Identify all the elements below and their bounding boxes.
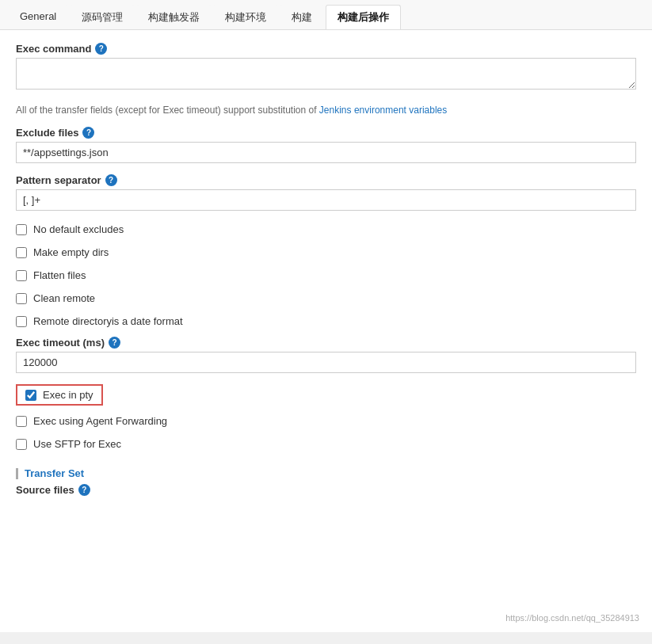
exclude-files-group: Exclude files ? **/appsettings.json xyxy=(16,127,636,163)
source-files-help-icon[interactable]: ? xyxy=(78,484,90,496)
jenkins-env-vars-link[interactable]: Jenkins environment variables xyxy=(319,105,447,116)
exclude-files-help-icon[interactable]: ? xyxy=(82,127,94,139)
tab-build[interactable]: 构建 xyxy=(280,5,324,29)
source-files-label: Source files ? xyxy=(16,484,636,496)
transfer-set-section: Transfer Set Source files ? xyxy=(16,467,636,496)
exec-timeout-group: Exec timeout (ms) ? 120000 xyxy=(16,337,636,373)
no-default-excludes-row: No default excludes xyxy=(16,222,636,237)
exec-command-group: Exec command ? xyxy=(16,43,636,92)
tab-source-mgmt[interactable]: 源码管理 xyxy=(70,5,135,29)
exec-command-help-icon[interactable]: ? xyxy=(95,43,107,55)
exec-in-pty-label: Exec in pty xyxy=(43,389,93,401)
clean-remote-row: Clean remote xyxy=(16,291,636,306)
flatten-files-label: Flatten files xyxy=(33,269,86,281)
flatten-files-row: Flatten files xyxy=(16,268,636,283)
make-empty-dirs-label: Make empty dirs xyxy=(33,246,109,258)
tab-bar: General 源码管理 构建触发器 构建环境 构建 构建后操作 xyxy=(0,0,652,30)
remote-directory-date-row: Remote directoryis a date format xyxy=(16,314,636,329)
watermark: https://blog.csdn.net/qq_35284913 xyxy=(505,613,639,623)
exec-timeout-label: Exec timeout (ms) ? xyxy=(16,337,636,349)
exec-command-label: Exec command ? xyxy=(16,43,636,55)
clean-remote-label: Clean remote xyxy=(33,292,95,304)
clean-remote-checkbox[interactable] xyxy=(16,293,27,304)
use-sftp-exec-row: Use SFTP for Exec xyxy=(16,436,636,452)
tab-general[interactable]: General xyxy=(8,5,68,29)
use-sftp-exec-checkbox[interactable] xyxy=(16,439,27,450)
pattern-separator-input[interactable]: [, ]+ xyxy=(16,189,636,211)
main-content: Exec command ? All of the transfer field… xyxy=(0,30,652,632)
exec-command-input[interactable] xyxy=(16,58,636,90)
pattern-separator-label: Pattern separator ? xyxy=(16,174,636,186)
tab-build-env[interactable]: 构建环境 xyxy=(213,5,278,29)
exec-timeout-help-icon[interactable]: ? xyxy=(109,337,120,349)
remote-directory-date-label: Remote directoryis a date format xyxy=(33,315,183,327)
no-default-excludes-checkbox[interactable] xyxy=(16,224,27,235)
use-sftp-exec-label: Use SFTP for Exec xyxy=(33,438,121,450)
remote-directory-date-checkbox[interactable] xyxy=(16,316,27,327)
exec-agent-forwarding-label: Exec using Agent Forwarding xyxy=(33,415,167,427)
tab-build-trigger[interactable]: 构建触发器 xyxy=(136,5,212,29)
flatten-files-checkbox[interactable] xyxy=(16,270,27,281)
transfer-set-header: Transfer Set xyxy=(16,467,636,479)
make-empty-dirs-checkbox[interactable] xyxy=(16,247,27,258)
pattern-separator-help-icon[interactable]: ? xyxy=(105,174,117,186)
exclude-files-input[interactable]: **/appsettings.json xyxy=(16,142,636,163)
info-text: All of the transfer fields (except for E… xyxy=(16,103,636,117)
make-empty-dirs-row: Make empty dirs xyxy=(16,245,636,260)
exec-agent-forwarding-row: Exec using Agent Forwarding xyxy=(16,413,636,429)
tab-post-build[interactable]: 构建后操作 xyxy=(326,5,401,29)
exec-agent-forwarding-checkbox[interactable] xyxy=(16,416,27,427)
exec-in-pty-highlight-box: Exec in pty xyxy=(16,384,103,406)
exec-timeout-input[interactable]: 120000 xyxy=(16,352,636,373)
exclude-files-label: Exclude files ? xyxy=(16,127,636,139)
exec-in-pty-checkbox[interactable] xyxy=(25,390,36,401)
pattern-separator-group: Pattern separator ? [, ]+ xyxy=(16,174,636,211)
no-default-excludes-label: No default excludes xyxy=(33,223,124,235)
